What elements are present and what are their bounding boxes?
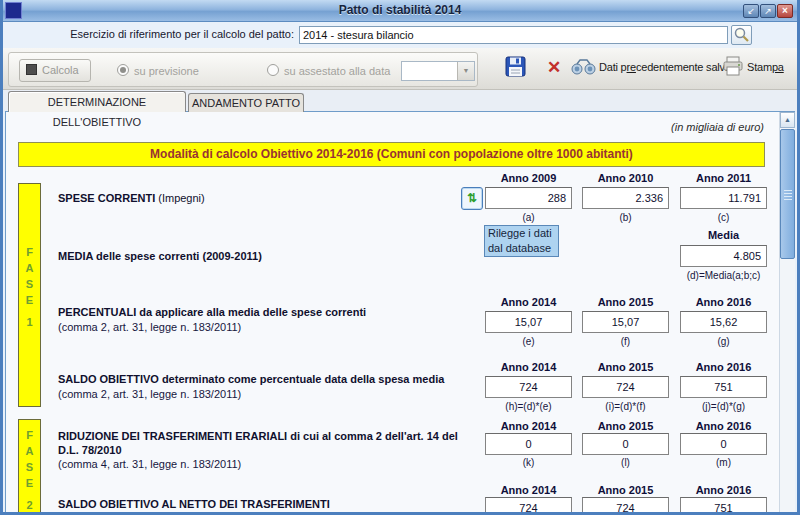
date-combobox[interactable]: ▼ — [401, 61, 475, 81]
refresh-tooltip: Rilegge i dati dal database — [484, 225, 559, 257]
scrollbar-thumb[interactable] — [780, 129, 795, 259]
refresh-icon[interactable]: ⇅ — [461, 187, 483, 210]
media-title: MEDIA delle spese correnti (2009-2011) — [58, 250, 262, 262]
year-header: Anno 2009 — [485, 172, 572, 184]
tab-andamento-patto[interactable]: ANDAMENTO PATTO — [188, 93, 304, 112]
year-header: Anno 2016 — [680, 361, 767, 373]
media-value-field[interactable]: 4.805 — [680, 245, 767, 267]
fase1-letter: F — [19, 246, 40, 258]
year-header: Anno 2015 — [582, 296, 669, 308]
year-header: Anno 2015 — [582, 484, 669, 496]
value-field-j[interactable]: 751 — [680, 376, 767, 398]
year-header: Anno 2015 — [582, 420, 669, 432]
percentuali-subtitle: (comma 2, art. 31, legge n. 183/2011) — [58, 321, 241, 333]
calcola-button[interactable]: Calcola — [19, 59, 91, 82]
value-field-l[interactable]: 0 — [582, 433, 669, 455]
riduzione-title-line2: D.L. 78/2010 — [58, 444, 122, 456]
spese-correnti-title: SPESE CORRENTI (Impegni) — [58, 192, 205, 204]
radio-su-previsione[interactable] — [117, 64, 129, 76]
year-header: Anno 2014 — [485, 484, 572, 496]
toolbar: Calcola su previsione su assestato alla … — [0, 48, 800, 90]
exercise-label: Esercizio di riferimento per il calcolo … — [0, 28, 294, 40]
fase1-band: F A S E 1 — [18, 183, 41, 407]
field-label: (f) — [582, 336, 669, 347]
value-field-a[interactable]: 288 — [485, 187, 572, 209]
exercise-row: Esercizio di riferimento per il calcolo … — [0, 22, 800, 48]
fase2-letter: F — [19, 429, 40, 441]
fase1-letter: A — [19, 262, 40, 274]
year-header: Anno 2014 — [485, 361, 572, 373]
field-label: (i)=(d)*(f) — [582, 401, 669, 412]
value-field-k[interactable]: 0 — [485, 433, 572, 455]
printer-icon[interactable] — [722, 56, 744, 80]
year-header: Anno 2016 — [680, 296, 767, 308]
field-label: (g) — [680, 336, 767, 347]
calcola-icon — [26, 64, 37, 75]
field-label: (e) — [485, 336, 572, 347]
stampa-button[interactable]: Stampa — [747, 61, 784, 73]
floppy-icon — [505, 56, 526, 77]
value-field-g[interactable]: 15,62 — [680, 311, 767, 333]
value-field-m[interactable]: 0 — [680, 433, 767, 455]
titlebar: Patto di stabilità 2014 ↙ ↗ × — [0, 0, 800, 22]
saldo-obiettivo-subtitle: (comma 2, art. 31, legge n. 183/2011) — [58, 388, 241, 400]
field-label: (j)=(d)*(g) — [680, 401, 767, 412]
window-title: Patto di stabilità 2014 — [0, 3, 800, 17]
chevron-down-icon[interactable]: ▼ — [457, 62, 474, 80]
app-window: Patto di stabilità 2014 ↙ ↗ × Esercizio … — [0, 0, 800, 515]
field-label: (k) — [485, 457, 572, 468]
magnifier-icon — [732, 26, 751, 44]
save-button[interactable] — [505, 56, 526, 81]
value-field-h[interactable]: 724 — [485, 376, 572, 398]
field-label: (c) — [680, 212, 767, 223]
field-label: (l) — [582, 457, 669, 468]
search-button[interactable] — [731, 25, 752, 45]
delete-icon[interactable]: ✕ — [547, 59, 561, 76]
value-field-c[interactable]: 11.791 — [680, 187, 767, 209]
fase2-letter: S — [19, 461, 40, 473]
fase1-letter: E — [19, 294, 40, 306]
fase2-band: F A S E 2 — [18, 419, 41, 515]
calc-group: Calcola su previsione su assestato alla … — [8, 52, 478, 87]
value-field[interactable]: 751 — [680, 497, 767, 515]
field-label: (b) — [582, 212, 669, 223]
saldo-netto-title: SALDO OBIETTIVO AL NETTO DEI TRASFERIMEN… — [58, 498, 478, 510]
tab-determinazione-obiettivo[interactable]: DETERMINAZIONE DELL'OBIETTIVO — [8, 91, 186, 112]
saldo-obiettivo-title: SALDO OBIETTIVO determinato come percent… — [58, 373, 478, 385]
value-field-b[interactable]: 2.336 — [582, 187, 669, 209]
value-field[interactable]: 724 — [485, 497, 572, 515]
field-label: (m) — [680, 457, 767, 468]
value-field-i[interactable]: 724 — [582, 376, 669, 398]
minimize-button[interactable]: ↙ — [743, 4, 759, 18]
scrollbar-grip — [784, 190, 792, 191]
value-field-e[interactable]: 15,07 — [485, 311, 572, 333]
fase2-number: 2 — [19, 499, 40, 511]
exercise-input[interactable] — [299, 26, 728, 44]
year-header: Anno 2010 — [582, 172, 669, 184]
riduzione-title-line1: RIDUZIONE DEI TRASFERIMENTI ERARIALI di … — [58, 430, 468, 442]
value-field[interactable]: 724 — [582, 497, 669, 515]
year-header: Anno 2011 — [680, 172, 767, 184]
close-button[interactable]: × — [777, 4, 793, 18]
year-header: Anno 2014 — [485, 296, 572, 308]
fase1-letter: S — [19, 278, 40, 290]
year-header: Anno 2015 — [582, 361, 669, 373]
percentuali-title: PERCENTUALI da applicare alla media dell… — [58, 306, 478, 318]
radio-su-assestato[interactable] — [267, 64, 279, 76]
vertical-scrollbar[interactable]: ▲ — [779, 112, 795, 515]
fase1-number: 1 — [19, 316, 40, 328]
year-header: Anno 2014 — [485, 420, 572, 432]
scroll-up-icon[interactable]: ▲ — [780, 112, 795, 128]
fase2-letter: A — [19, 445, 40, 457]
saved-data-button[interactable]: Dati precedentemente salvati — [599, 61, 736, 73]
unit-note: (in migliaia di euro) — [464, 121, 764, 133]
media-formula: (d)=Media(a;b;c) — [680, 270, 767, 281]
riduzione-subtitle: (comma 4, art. 31, legge n. 183/2011) — [58, 458, 241, 470]
radio-su-assestato-label: su assestato alla data — [284, 65, 390, 77]
restore-button[interactable]: ↗ — [760, 4, 776, 18]
value-field-f[interactable]: 15,07 — [582, 311, 669, 333]
binoculars-icon[interactable] — [571, 59, 596, 79]
fase2-letter: E — [19, 477, 40, 489]
radio-su-previsione-label: su previsione — [134, 65, 199, 77]
tabbar: DETERMINAZIONE DELL'OBIETTIVO ANDAMENTO … — [0, 90, 800, 112]
